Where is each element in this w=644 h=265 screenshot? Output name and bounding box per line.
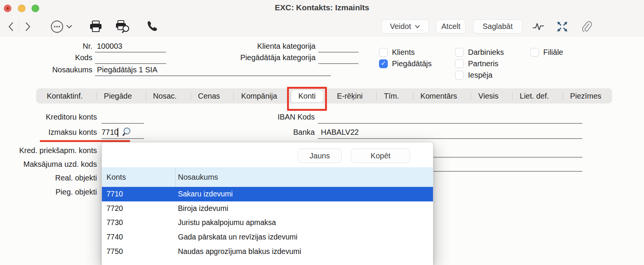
column-header-nosaukums[interactable]: Nosaukums	[178, 168, 218, 187]
piegadataja-kategorija-field[interactable]	[318, 63, 358, 64]
activity-icon[interactable]	[531, 17, 545, 36]
iban-kods-field[interactable]	[318, 123, 582, 124]
row-konts: 7740	[102, 233, 173, 241]
cancel-button-label: Atcelt	[441, 22, 460, 31]
row-konts: 7720	[102, 204, 173, 213]
banka-underline	[318, 138, 582, 139]
banka-field[interactable]: HABALV22	[321, 128, 359, 137]
attachment-icon[interactable]	[579, 17, 593, 36]
new-button-label: Jauns	[309, 152, 330, 160]
kreditoru-konts-field[interactable]	[102, 123, 144, 124]
kods-label: Kods	[0, 53, 92, 62]
column-header-konts[interactable]: Konts	[106, 168, 126, 187]
table-row[interactable]: 7710 Sakaru izdevumi	[102, 187, 433, 201]
nosaukums-field[interactable]: Piegādātājs 1 SIA	[97, 65, 157, 74]
save-button-label: Saglabāt	[483, 22, 513, 31]
check-icon: ✓	[379, 60, 387, 67]
checkbox-klients-label[interactable]: Klients	[392, 48, 415, 57]
table-row[interactable]: 7720 Biroja izdevumi	[102, 201, 433, 216]
kods-underline	[95, 63, 166, 64]
window-title: EXC: Kontakts: Izmainīts	[0, 3, 644, 12]
cancel-button[interactable]: Atcelt	[436, 19, 466, 34]
nr-label: Nr.	[0, 42, 92, 51]
table-row[interactable]: 7740 Gada pārskata un revīzijas izdevumi	[102, 230, 433, 244]
tab-kontaktinf[interactable]: Kontaktinf.	[39, 90, 90, 102]
row-nosaukums: Naudas apgrozījuma blakus izdevumi	[173, 247, 433, 256]
tab-tim[interactable]: Tīm.	[376, 90, 407, 102]
back-button[interactable]	[5, 17, 17, 36]
column-divider	[175, 168, 176, 187]
tab-komentars[interactable]: Komentārs	[413, 90, 465, 102]
table-header: Konts Nosaukums	[102, 168, 433, 187]
klienta-kategorija-field[interactable]	[318, 52, 358, 53]
real-objekti-label: Real. objekti	[0, 174, 97, 182]
checkbox-darbinieks-label[interactable]: Darbinieks	[468, 48, 504, 57]
checkbox-iespeja-label[interactable]: Iespēja	[468, 71, 493, 80]
table-row[interactable]: 7730 Juristu pakalpojumu apmaksa	[102, 216, 433, 230]
print-preview-icon[interactable]	[114, 17, 132, 36]
checkbox-filiale[interactable]: ✓	[530, 48, 539, 57]
tab-erekini[interactable]: E-rēķini	[329, 90, 370, 102]
kred-prieksapm-konts-label: Kred. priekšapm. konts	[0, 146, 97, 155]
kreditoru-konts-label: Kreditoru konts	[0, 113, 97, 121]
copy-button-label: Kopēt	[371, 152, 390, 160]
nosaukums-label: Nosaukums	[0, 65, 92, 74]
nosaukums-underline	[95, 75, 331, 76]
table-row[interactable]: 7750 Naudas apgrozījuma blakus izdevumi	[102, 244, 433, 259]
chevron-down-icon	[415, 25, 420, 29]
row-nosaukums: Juristu pakalpojumu apmaksa	[173, 218, 433, 227]
checkbox-darbinieks[interactable]: ✓	[455, 48, 464, 57]
expand-icon[interactable]	[555, 17, 569, 36]
klienta-kategorija-label: Klienta kategorija	[201, 42, 316, 51]
tab-piezimes[interactable]: Piezīmes	[563, 90, 609, 102]
checkbox-iespeja[interactable]: ✓	[455, 71, 464, 80]
row-konts: 7730	[102, 218, 173, 227]
nr-field[interactable]: 100003	[97, 42, 122, 51]
call-icon[interactable]	[144, 17, 159, 36]
nr-underline	[95, 52, 166, 53]
text-cursor	[117, 128, 118, 137]
pieg-objekti-label: Pieg. objekti	[0, 188, 97, 196]
checkbox-klients[interactable]: ✓	[379, 48, 388, 57]
checkbox-partneris-label[interactable]: Partneris	[468, 59, 498, 68]
save-button[interactable]: Saglabāt	[473, 19, 522, 34]
row-konts: 7710	[102, 190, 173, 198]
banka-label: Banka	[201, 128, 315, 137]
checkbox-partneris[interactable]: ✓	[455, 59, 464, 68]
app-window: EXC: Kontakts: Izmainīts	[0, 0, 644, 265]
checkbox-piegadatajs-label[interactable]: Piegādātājs	[392, 59, 432, 68]
checkbox-filiale-label[interactable]: Filiāle	[543, 48, 563, 57]
copy-button[interactable]: Kopēt	[351, 148, 410, 163]
izmaksu-konts-field[interactable]: 7710	[102, 128, 119, 137]
checkbox-piegadatajs[interactable]: ✓	[379, 59, 388, 68]
tab-liet-def[interactable]: Liet. def.	[512, 90, 557, 102]
row-konts: 7750	[102, 247, 173, 256]
annotation-highlight-box	[287, 87, 327, 111]
tab-cenas[interactable]: Cenas	[190, 90, 228, 102]
piegadataja-kategorija-label: Piegādātāja kategorija	[201, 53, 316, 62]
iban-kods-label: IBAN Kods	[201, 113, 315, 121]
izmaksu-konts-label: Izmaksu konts	[0, 128, 97, 137]
paste-special-magnifier-icon[interactable]	[121, 126, 133, 138]
tab-nosac[interactable]: Nosac.	[146, 90, 184, 102]
toolbar-divider	[19, 20, 19, 34]
row-nosaukums: Biroja izdevumi	[173, 204, 433, 213]
izmaksu-konts-underline	[102, 138, 144, 139]
maksajuma-uzd-kods-label: Maksājuma uzd. kods	[0, 160, 97, 169]
tab-kompanija[interactable]: Kompānija	[233, 90, 285, 102]
tab-viesis[interactable]: Viesis	[471, 90, 506, 102]
forward-button[interactable]	[22, 17, 33, 36]
title-toolbar-area: EXC: Kontakts: Izmainīts	[0, 0, 644, 37]
row-nosaukums: Sakaru izdevumi	[173, 190, 433, 198]
create-button[interactable]: Veidot	[381, 19, 429, 34]
paste-special-popup: Jauns Kopēt Konts Nosaukums 7710 Sakaru …	[102, 142, 433, 265]
table-body: 7710 Sakaru izdevumi 7720 Biroja izdevum…	[102, 187, 433, 259]
tab-bar: Kontaktinf. Piegāde Nosac. Cenas Kompāni…	[36, 88, 612, 104]
row-nosaukums: Gada pārskata un revīzijas izdevumi	[173, 233, 433, 241]
tab-piegade[interactable]: Piegāde	[96, 90, 139, 102]
tab-konti[interactable]: Konti	[291, 90, 324, 102]
record-options-button[interactable]	[49, 17, 73, 36]
new-button[interactable]: Jauns	[298, 148, 342, 163]
create-button-label: Veidot	[390, 22, 411, 31]
print-icon[interactable]	[88, 17, 103, 36]
